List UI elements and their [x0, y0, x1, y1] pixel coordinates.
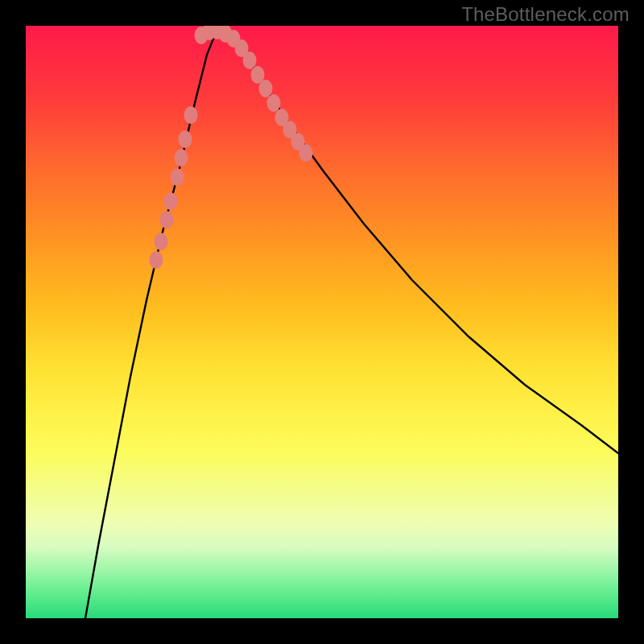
marker-dot: [155, 233, 168, 250]
marker-dot: [175, 149, 188, 167]
marker-dot: [184, 106, 198, 124]
marker-dot: [299, 144, 313, 162]
chart-container: TheBottleneck.com: [0, 0, 644, 644]
marker-dot: [150, 251, 163, 269]
marker-dot: [259, 80, 273, 97]
curve-svg: [26, 26, 618, 618]
marker-dot: [160, 211, 174, 229]
marker-dot: [243, 52, 257, 69]
marker-dot: [164, 192, 178, 210]
marker-dot: [171, 168, 184, 186]
bottleneck-curve: [85, 31, 618, 618]
attribution-text: TheBottleneck.com: [461, 3, 630, 26]
marker-dot: [179, 130, 192, 148]
marker-dot: [267, 94, 281, 112]
plot-area: [26, 26, 618, 618]
marker-dots: [150, 26, 313, 269]
